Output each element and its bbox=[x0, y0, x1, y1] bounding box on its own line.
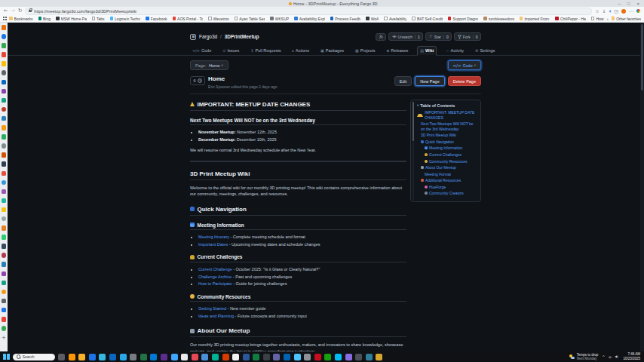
taskbar-app-icon[interactable] bbox=[345, 354, 352, 360]
volume-icon[interactable] bbox=[615, 354, 619, 359]
vertical-tab-favicon[interactable] bbox=[2, 180, 7, 186]
page-selector-dropdown[interactable]: Page: Home ▾ bbox=[190, 60, 228, 70]
scrollbar-thumb[interactable] bbox=[641, 24, 643, 90]
bookmark-item[interactable]: Availability bbox=[384, 17, 406, 21]
more-menu-icon[interactable]: ⋯ bbox=[629, 9, 633, 14]
toc-item[interactable]: Additional Resources bbox=[417, 178, 477, 183]
taskbar-app-icon[interactable] bbox=[263, 354, 270, 360]
taskbar-app-icon[interactable] bbox=[171, 354, 178, 360]
vertical-tab-favicon[interactable] bbox=[2, 225, 7, 231]
repo-name-link[interactable]: 3DPrintMeetup bbox=[225, 34, 259, 39]
taskbar-app-icon[interactable] bbox=[294, 354, 301, 360]
new-tab-button[interactable]: + bbox=[2, 336, 6, 341]
forward-icon[interactable]: → bbox=[11, 8, 14, 14]
toc-scrollbar[interactable] bbox=[412, 102, 415, 200]
taskbar-app-icon[interactable] bbox=[109, 354, 116, 360]
network-icon[interactable] bbox=[608, 354, 612, 359]
taskbar-app-icon[interactable] bbox=[78, 354, 85, 360]
link-current-challenge[interactable]: Current Challenge bbox=[198, 267, 232, 272]
bookmark-item[interactable]: Support Diagnostics bbox=[448, 17, 479, 21]
tab-issues[interactable]: ⊙Issues bbox=[220, 47, 241, 55]
bookmark-item[interactable]: ChiliPeppr - Hardwa... bbox=[555, 17, 586, 21]
toc-item[interactable]: HueForge bbox=[417, 185, 477, 190]
bookmark-item[interactable]: Logmein Technician... bbox=[110, 17, 141, 21]
weather-widget[interactable]: Temps to drop Next Monday bbox=[569, 353, 598, 361]
vertical-tab-favicon[interactable] bbox=[2, 308, 7, 313]
bookmarks-overflow-chevron[interactable]: › bbox=[607, 17, 609, 21]
delete-page-button[interactable]: Delete Page bbox=[448, 76, 481, 86]
taskbar-app-icon[interactable] bbox=[335, 354, 342, 360]
link-getting-started[interactable]: Getting Started bbox=[198, 306, 226, 311]
bookmark-item[interactable]: Bing bbox=[38, 17, 51, 21]
bookmark-item[interactable]: Ayan Table Search... bbox=[235, 17, 265, 21]
page-scrollbar[interactable] bbox=[640, 23, 644, 351]
edit-button[interactable]: Edit bbox=[394, 76, 412, 86]
tab-activity[interactable]: ~Activity bbox=[443, 47, 466, 55]
hidden-icons-chevron[interactable]: ^ bbox=[602, 354, 605, 359]
toc-item[interactable]: About Our Meetup bbox=[417, 165, 477, 170]
repo-owner-link[interactable]: Fargo3d bbox=[199, 34, 217, 39]
bookmark-item[interactable]: AOS Portal - Tools bbox=[173, 17, 204, 21]
taskbar-app-icon[interactable] bbox=[212, 354, 219, 360]
taskbar-app-icon[interactable] bbox=[120, 354, 127, 360]
vertical-tab-favicon[interactable] bbox=[2, 116, 7, 121]
refresh-icon[interactable]: ↻ bbox=[18, 8, 22, 14]
bookmark-item[interactable]: Facebook bbox=[146, 17, 167, 21]
taskbar-app-icon[interactable] bbox=[58, 354, 65, 360]
bookmark-item[interactable]: How to configure A... bbox=[591, 17, 605, 21]
taskbar-app-icon[interactable] bbox=[243, 354, 250, 360]
apps-grid-icon[interactable] bbox=[3, 17, 7, 20]
taskbar-app-icon[interactable] bbox=[232, 354, 239, 360]
vertical-tab-favicon[interactable] bbox=[2, 235, 7, 240]
vertical-tab-favicon[interactable] bbox=[2, 143, 7, 149]
vertical-tab-favicon[interactable] bbox=[2, 89, 7, 94]
bookmark-item[interactable]: BAT Self-Credit bbox=[412, 17, 443, 21]
link-ideas-and-planning[interactable]: Ideas and Planning bbox=[198, 314, 234, 318]
code-dropdown-button[interactable]: </> Code ▾ bbox=[448, 60, 482, 70]
taskbar-app-icon[interactable] bbox=[140, 354, 147, 360]
taskbar-app-icon[interactable] bbox=[273, 354, 280, 360]
taskbar-app-icon[interactable] bbox=[181, 354, 188, 360]
bookmark-item[interactable]: MSW Home Page bbox=[56, 17, 87, 21]
toc-item[interactable]: Current Challenges bbox=[417, 152, 477, 158]
downloads-icon[interactable]: ↓ bbox=[603, 9, 606, 14]
taskbar-app-icon[interactable] bbox=[366, 354, 373, 360]
taskbar-search[interactable]: Search bbox=[13, 354, 55, 360]
bookmark-item[interactable]: Availability Explorer bbox=[294, 17, 325, 21]
bookmark-item[interactable]: Tabs bbox=[92, 17, 105, 21]
vertical-tab-favicon[interactable] bbox=[2, 98, 7, 103]
unwatch-button[interactable]: Unwatch1 bbox=[388, 32, 423, 41]
link-important-dates[interactable]: Important Dates bbox=[198, 242, 228, 247]
tab-packages[interactable]: ▣Packages bbox=[318, 47, 346, 55]
taskbar-app-icon[interactable] bbox=[201, 354, 208, 360]
bookmark-item[interactable]: Imported From IE bbox=[520, 17, 550, 21]
url-bar[interactable]: https://meetup.fargo3d.com/fargo3d/3DPri… bbox=[25, 8, 592, 15]
fork-button[interactable]: Fork0 bbox=[454, 32, 481, 41]
taskbar-app-icon[interactable] bbox=[130, 354, 136, 360]
tab-code[interactable]: </>Code bbox=[190, 47, 213, 55]
taskbar-app-icon[interactable] bbox=[355, 354, 362, 360]
bookmark-item[interactable]: WKSUP bbox=[270, 17, 289, 21]
taskbar-app-icon[interactable] bbox=[304, 354, 311, 360]
vertical-tab-favicon[interactable] bbox=[2, 152, 7, 158]
toc-item[interactable]: 3D Print Meetup Wiki bbox=[417, 133, 477, 138]
tab-settings[interactable]: ⚙Settings bbox=[473, 47, 497, 55]
vertical-tab-favicon[interactable] bbox=[2, 70, 7, 75]
link-how-to-participate[interactable]: How to Participate bbox=[198, 281, 232, 286]
repo-avatar[interactable] bbox=[190, 34, 196, 40]
rss-feed-button[interactable] bbox=[376, 33, 386, 41]
toc-item[interactable]: Community Creators bbox=[417, 191, 477, 196]
toc-item[interactable]: Meeting Format bbox=[417, 172, 477, 177]
link-challenge-archive[interactable]: Challenge Archive bbox=[198, 275, 232, 279]
vertical-tab-favicon[interactable] bbox=[2, 198, 7, 204]
taskbar-app-icon[interactable] bbox=[253, 354, 259, 360]
extension-icon[interactable] bbox=[636, 9, 640, 13]
new-page-button[interactable]: New Page bbox=[415, 76, 444, 86]
bookmark-item[interactable]: WoA bbox=[366, 17, 379, 21]
tab-actions[interactable]: ▸Actions bbox=[290, 47, 311, 55]
toc-item[interactable]: Meeting Information bbox=[417, 146, 477, 151]
vertical-tab-favicon[interactable] bbox=[2, 52, 7, 57]
vertical-tab-favicon[interactable] bbox=[2, 61, 7, 66]
back-icon[interactable]: ← bbox=[4, 8, 8, 14]
vertical-tab-favicon[interactable] bbox=[2, 216, 7, 222]
